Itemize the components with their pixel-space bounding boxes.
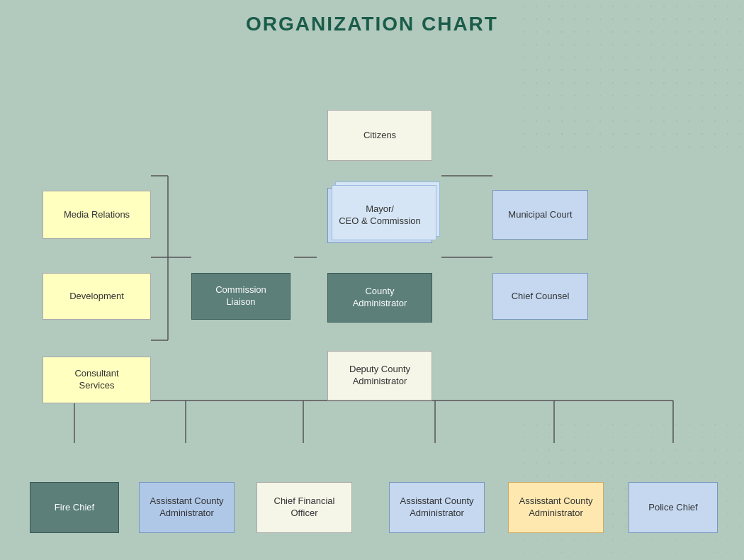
- asst-county-admin-3-box: Assisstant County Administrator: [508, 482, 604, 533]
- commission-liaison-box: Commission Liaison: [191, 273, 291, 320]
- consultant-services-box: Consultant Services: [43, 357, 151, 403]
- chief-financial-officer-box: Chief Financial Officer: [257, 482, 352, 533]
- asst-county-admin-2-box: Assisstant County Administrator: [389, 482, 485, 533]
- deputy-county-admin-box: Deputy County Administrator: [327, 351, 432, 401]
- county-administrator-box: County Administrator: [327, 273, 432, 323]
- asst-county-admin-1-box: Assisstant County Administrator: [139, 482, 235, 533]
- police-chief-box: Police Chief: [629, 482, 718, 533]
- page-title: ORGANIZATION CHART: [0, 0, 744, 35]
- chief-counsel-box: Chief Counsel: [492, 273, 588, 320]
- development-box: Development: [43, 273, 151, 320]
- citizens-box: Citizens: [327, 110, 432, 161]
- mayor-box: Mayor/ CEO & Commission: [327, 188, 432, 243]
- municipal-court-box: Municipal Court: [492, 190, 588, 240]
- fire-chief-box: Fire Chief: [30, 482, 119, 533]
- media-relations-box: Media Relations: [43, 191, 151, 239]
- org-chart: Citizens Mayor/ CEO & Commission Municip…: [0, 39, 744, 560]
